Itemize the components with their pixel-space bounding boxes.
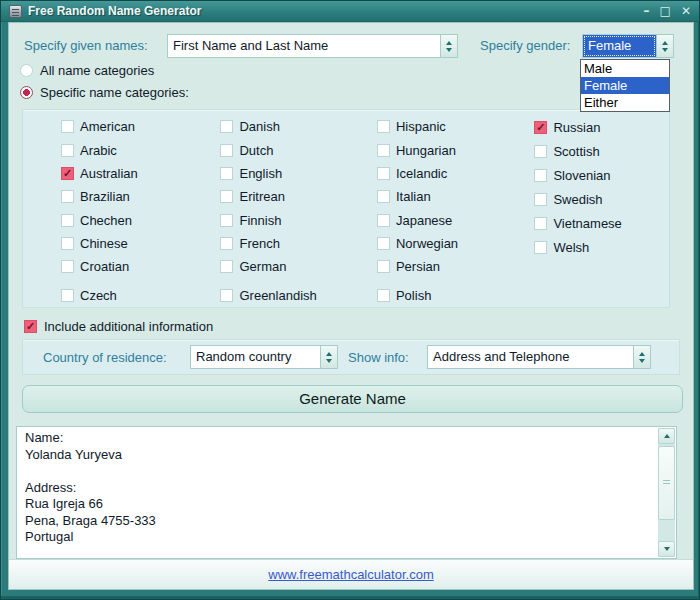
- checkbox-checked-icon[interactable]: ✓: [534, 121, 547, 134]
- category-checkbox-finnish[interactable]: Finnish: [220, 209, 376, 232]
- scrollbar[interactable]: [658, 428, 675, 557]
- checkbox-unchecked-icon[interactable]: [377, 237, 390, 250]
- generate-name-button[interactable]: Generate Name: [22, 385, 683, 413]
- checkbox-unchecked-icon[interactable]: [377, 289, 390, 302]
- category-checkbox-arabic[interactable]: Arabic: [61, 138, 220, 161]
- category-grid: AmericanArabic✓AustralianBrazilianCheche…: [22, 109, 670, 308]
- category-checkbox-welsh[interactable]: Welsh: [534, 235, 669, 259]
- checkbox-unchecked-icon[interactable]: [61, 144, 74, 157]
- website-link[interactable]: www.freemathcalculator.com: [268, 567, 433, 582]
- checkbox-unchecked-icon[interactable]: [220, 237, 233, 250]
- spinner-icon[interactable]: [440, 35, 457, 57]
- category-checkbox-croatian[interactable]: Croatian: [61, 255, 220, 278]
- category-label: Arabic: [80, 143, 117, 158]
- output-text: Name: Yolanda Yuryeva Address: Rua Igrej…: [17, 427, 676, 549]
- gender-option-either[interactable]: Either: [581, 94, 669, 111]
- show-info-select[interactable]: Address and Telephone: [427, 345, 651, 369]
- minimize-button[interactable]: –: [644, 4, 650, 18]
- category-checkbox-vietnamese[interactable]: Vietnamese: [534, 211, 669, 235]
- checkbox-unchecked-icon[interactable]: [220, 260, 233, 273]
- checkbox-checked-icon[interactable]: ✓: [24, 320, 37, 333]
- category-checkbox-scottish[interactable]: Scottish: [534, 139, 669, 163]
- category-checkbox-eritrean[interactable]: Eritrean: [220, 185, 376, 208]
- category-checkbox-danish[interactable]: Danish: [220, 115, 376, 138]
- radio-all-categories[interactable]: All name categories: [20, 63, 154, 78]
- category-checkbox-persian[interactable]: Persian: [377, 255, 534, 278]
- titlebar[interactable]: Free Random Name Generator – □ ✕: [1, 1, 699, 22]
- include-additional-label: Include additional information: [44, 319, 213, 334]
- residence-label: Country of residence:: [43, 350, 167, 365]
- category-checkbox-swedish[interactable]: Swedish: [534, 187, 669, 211]
- category-checkbox-icelandic[interactable]: Icelandic: [377, 162, 534, 185]
- checkbox-unchecked-icon[interactable]: [61, 120, 74, 133]
- category-checkbox-dutch[interactable]: Dutch: [220, 138, 376, 161]
- checkbox-unchecked-icon[interactable]: [377, 144, 390, 157]
- checkbox-unchecked-icon[interactable]: [534, 169, 547, 182]
- include-additional-checkbox[interactable]: ✓ Include additional information: [24, 319, 213, 334]
- checkbox-unchecked-icon[interactable]: [61, 289, 74, 302]
- category-label: Scottish: [553, 144, 599, 159]
- checkbox-unchecked-icon[interactable]: [534, 145, 547, 158]
- category-checkbox-chinese[interactable]: Chinese: [61, 232, 220, 255]
- maximize-button[interactable]: □: [660, 4, 671, 18]
- category-checkbox-german[interactable]: German: [220, 255, 376, 278]
- category-checkbox-australian[interactable]: ✓Australian: [61, 162, 220, 185]
- category-label: American: [80, 119, 135, 134]
- checkbox-unchecked-icon[interactable]: [220, 120, 233, 133]
- checkbox-unchecked-icon[interactable]: [534, 241, 547, 254]
- category-checkbox-russian[interactable]: ✓Russian: [534, 115, 669, 139]
- category-checkbox-czech[interactable]: Czech: [61, 284, 220, 307]
- category-checkbox-hungarian[interactable]: Hungarian: [377, 138, 534, 161]
- category-checkbox-french[interactable]: French: [220, 232, 376, 255]
- spinner-icon[interactable]: [633, 346, 650, 368]
- category-checkbox-japanese[interactable]: Japanese: [377, 209, 534, 232]
- checkbox-unchecked-icon[interactable]: [220, 144, 233, 157]
- checkbox-unchecked-icon[interactable]: [534, 217, 547, 230]
- checkbox-unchecked-icon[interactable]: [220, 190, 233, 203]
- scrollbar-thumb[interactable]: [658, 446, 675, 520]
- checkbox-unchecked-icon[interactable]: [534, 193, 547, 206]
- category-checkbox-english[interactable]: English: [220, 162, 376, 185]
- checkbox-unchecked-icon[interactable]: [377, 167, 390, 180]
- category-label: English: [239, 166, 282, 181]
- category-checkbox-american[interactable]: American: [61, 115, 220, 138]
- category-checkbox-polish[interactable]: Polish: [377, 284, 534, 307]
- checkbox-unchecked-icon[interactable]: [61, 214, 74, 227]
- given-names-select[interactable]: First Name and Last Name: [167, 34, 458, 58]
- output-textarea[interactable]: Name: Yolanda Yuryeva Address: Rua Igrej…: [16, 426, 677, 559]
- category-checkbox-norwegian[interactable]: Norwegian: [377, 232, 534, 255]
- checkbox-checked-icon[interactable]: ✓: [61, 167, 74, 180]
- checkbox-unchecked-icon[interactable]: [377, 190, 390, 203]
- gender-option-female[interactable]: Female: [581, 77, 669, 94]
- gender-dropdown-list: MaleFemaleEither: [580, 59, 670, 112]
- checkbox-unchecked-icon[interactable]: [220, 289, 233, 302]
- category-checkbox-chechen[interactable]: Chechen: [61, 209, 220, 232]
- checkbox-unchecked-icon[interactable]: [377, 260, 390, 273]
- category-checkbox-brazilian[interactable]: Brazilian: [61, 185, 220, 208]
- category-checkbox-hispanic[interactable]: Hispanic: [377, 115, 534, 138]
- category-checkbox-slovenian[interactable]: Slovenian: [534, 163, 669, 187]
- spinner-icon[interactable]: [320, 346, 337, 368]
- category-checkbox-greenlandish[interactable]: Greenlandish: [220, 284, 376, 307]
- gender-option-male[interactable]: Male: [581, 60, 669, 77]
- scroll-down-icon[interactable]: [658, 541, 675, 557]
- residence-select[interactable]: Random country: [190, 345, 338, 369]
- scroll-up-icon[interactable]: [658, 428, 675, 444]
- radio-unchecked-icon[interactable]: [20, 64, 33, 77]
- radio-specific-categories[interactable]: Specific name categories:: [20, 85, 189, 100]
- given-names-label: Specify given names:: [24, 38, 148, 53]
- category-checkbox-italian[interactable]: Italian: [377, 185, 534, 208]
- radio-checked-icon[interactable]: [20, 86, 33, 99]
- checkbox-unchecked-icon[interactable]: [220, 214, 233, 227]
- checkbox-unchecked-icon[interactable]: [61, 190, 74, 203]
- checkbox-unchecked-icon[interactable]: [220, 167, 233, 180]
- spinner-icon[interactable]: [656, 35, 673, 57]
- checkbox-unchecked-icon[interactable]: [61, 237, 74, 250]
- checkbox-unchecked-icon[interactable]: [61, 260, 74, 273]
- category-label: Icelandic: [396, 166, 447, 181]
- gender-select[interactable]: Female: [582, 34, 674, 58]
- checkbox-unchecked-icon[interactable]: [377, 120, 390, 133]
- checkbox-unchecked-icon[interactable]: [377, 214, 390, 227]
- close-button[interactable]: ✕: [681, 4, 691, 18]
- category-label: Hispanic: [396, 119, 446, 134]
